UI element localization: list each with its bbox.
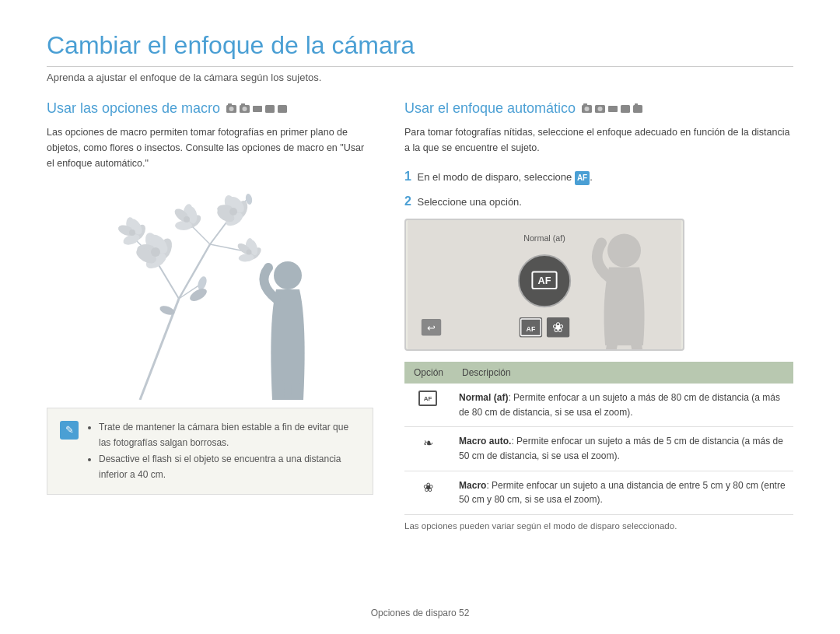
svg-rect-5 bbox=[241, 103, 245, 106]
table-row: ❀ Macro: Permite enfocar un sujeto a una… bbox=[404, 471, 793, 514]
note-bullet-1: Trate de mantener la cámara bien estable… bbox=[99, 419, 360, 451]
left-column: Usar las opciones de macro bbox=[47, 100, 373, 531]
page-footer: Opciones de disparo 52 bbox=[47, 608, 793, 618]
section-icons bbox=[226, 103, 289, 114]
svg-text:↩: ↩ bbox=[427, 323, 436, 334]
left-section-heading: Usar las opciones de macro bbox=[47, 100, 373, 117]
svg-text:Normal (af): Normal (af) bbox=[523, 234, 565, 243]
footer-text: Opciones de disparo 52 bbox=[371, 608, 470, 618]
page-title: Cambiar el enfoque de la cámara bbox=[47, 31, 793, 67]
svg-rect-64 bbox=[635, 103, 638, 106]
note-icon: ✎ bbox=[60, 421, 79, 440]
svg-point-38 bbox=[184, 216, 190, 222]
svg-rect-6 bbox=[253, 106, 262, 112]
right-column: Usar el enfoque automático Pa bbox=[404, 100, 793, 531]
svg-rect-62 bbox=[621, 105, 630, 113]
flower-illustration bbox=[78, 182, 342, 400]
icon-cell-macro: ❀ bbox=[404, 471, 453, 514]
svg-rect-58 bbox=[583, 103, 587, 106]
svg-point-60 bbox=[598, 107, 603, 111]
svg-point-32 bbox=[229, 208, 237, 215]
step-1: 1 En el modo de disparo, seleccione AF. bbox=[404, 166, 793, 187]
description-cell-macro: Macro: Permite enfocar un sujeto a una d… bbox=[453, 471, 793, 514]
svg-text:AF: AF bbox=[527, 325, 536, 333]
svg-point-66 bbox=[607, 234, 641, 268]
svg-text:❀: ❀ bbox=[552, 320, 564, 335]
svg-point-57 bbox=[585, 107, 590, 111]
table-row: ❧ Macro auto.: Permite enfocar un sujeto… bbox=[404, 427, 793, 471]
illustration-area bbox=[78, 182, 342, 400]
svg-text:AF: AF bbox=[538, 275, 551, 286]
step-2: 2 Seleccione una opción. bbox=[404, 191, 793, 212]
svg-point-44 bbox=[129, 229, 135, 236]
autofocus-section-icons bbox=[582, 103, 652, 114]
description-cell-macro-auto: Macro auto.: Permite enfocar un sujeto a… bbox=[453, 427, 793, 471]
svg-rect-7 bbox=[265, 105, 275, 113]
icon-cell-macro-auto: ❧ bbox=[404, 427, 453, 471]
term-macro: Macro bbox=[459, 480, 486, 491]
table-row: AF Normal (af): Permite enfocar a un suj… bbox=[404, 384, 793, 427]
svg-rect-8 bbox=[278, 105, 287, 113]
camera-screen: Normal (af) AF AF ❀ bbox=[404, 219, 684, 351]
af-badge-step1: AF bbox=[575, 171, 590, 185]
table-footer-note: Las opciones pueden variar según el modo… bbox=[404, 521, 793, 531]
left-section-body: Las opciones de macro permiten tomar fot… bbox=[47, 124, 373, 171]
svg-point-35 bbox=[175, 221, 192, 230]
af-icon: AF bbox=[418, 391, 437, 406]
svg-point-1 bbox=[229, 107, 234, 111]
term-macro-auto: Macro auto. bbox=[459, 436, 511, 447]
svg-rect-61 bbox=[608, 106, 618, 112]
two-column-layout: Usar las opciones de macro bbox=[47, 100, 793, 531]
note-content: Trate de mantener la cámara bien estable… bbox=[86, 419, 360, 483]
af-icons bbox=[582, 103, 652, 114]
table-header-row: Opción Descripción bbox=[404, 362, 793, 384]
description-cell-af: Normal (af): Permite enfocar a un sujeto… bbox=[453, 384, 793, 427]
svg-point-53 bbox=[274, 261, 302, 289]
page: Cambiar el enfoque de la cámara Aprenda … bbox=[0, 0, 840, 634]
screen-bg: Normal (af) AF AF ❀ bbox=[406, 220, 683, 349]
note-bullet-2: Desactive el flash si el objeto se encue… bbox=[99, 451, 360, 483]
right-section-heading: Usar el enfoque automático bbox=[404, 100, 793, 117]
macro-icons bbox=[226, 103, 289, 114]
svg-rect-63 bbox=[633, 105, 642, 113]
macro-auto-icon: ❧ bbox=[423, 434, 433, 454]
icon-cell-af: AF bbox=[404, 384, 453, 427]
col-description-header: Descripción bbox=[453, 362, 793, 384]
col-option-header: Opción bbox=[404, 362, 453, 384]
screen-illustration: Normal (af) AF AF ❀ bbox=[406, 220, 683, 349]
svg-rect-4 bbox=[228, 103, 232, 106]
options-table: Opción Descripción AF Normal (af): Permi… bbox=[404, 362, 793, 515]
page-subtitle: Aprenda a ajustar el enfoque de la cámar… bbox=[47, 72, 793, 83]
svg-point-3 bbox=[243, 107, 247, 111]
svg-point-50 bbox=[247, 250, 252, 255]
term-normal-af: Normal (af) bbox=[459, 392, 508, 403]
svg-point-25 bbox=[151, 247, 160, 257]
right-section-body: Para tomar fotografías nítidas, seleccio… bbox=[404, 124, 793, 156]
macro-icon: ❀ bbox=[423, 478, 433, 498]
note-box: ✎ Trate de mantener la cámara bien estab… bbox=[47, 408, 373, 495]
